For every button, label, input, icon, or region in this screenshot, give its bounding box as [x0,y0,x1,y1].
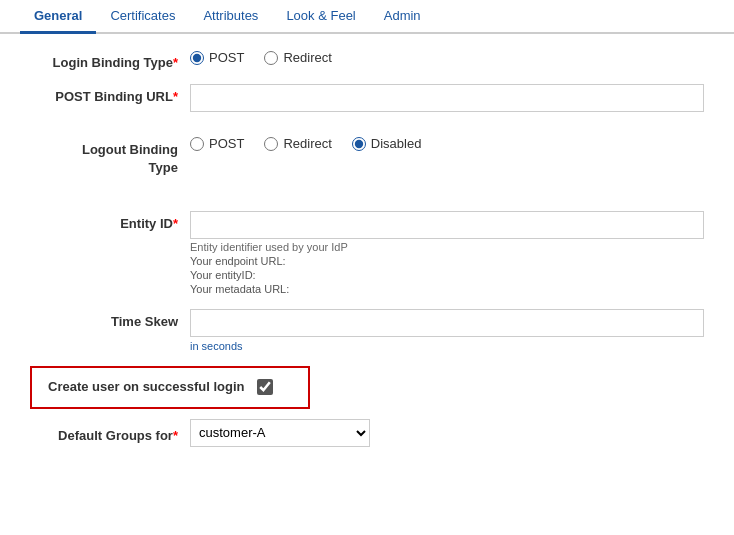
post-binding-url-input[interactable] [190,84,704,112]
login-binding-type-radio-group: POST Redirect [190,50,332,65]
time-skew-row: Time Skew 5 in seconds [30,309,704,352]
login-binding-type-row: Login Binding Type* POST Redirect [30,50,704,70]
logout-radio-disabled[interactable]: Disabled [352,136,422,151]
tab-general[interactable]: General [20,0,96,34]
tab-look-and-feel[interactable]: Look & Feel [272,0,369,34]
post-binding-url-label: POST Binding URL* [30,84,190,104]
spacer-2 [30,191,704,201]
logout-binding-type-control: POST Redirect Disabled [190,136,704,151]
entity-id-control: Entity identifier used by your IdP Your … [190,211,704,295]
create-user-label: Create user on successful login [48,378,245,396]
logout-radio-post[interactable]: POST [190,136,244,151]
default-groups-select[interactable]: customer-A [190,419,370,447]
tab-bar: General Certificates Attributes Look & F… [0,0,734,34]
entity-id-label: Entity ID* [30,211,190,231]
entity-id-row: Entity ID* Entity identifier used by you… [30,211,704,295]
time-skew-label: Time Skew [30,309,190,329]
tab-certificates[interactable]: Certificates [96,0,189,34]
login-binding-type-label: Login Binding Type* [30,50,190,70]
endpoint-url-label: Your endpoint URL: [190,255,704,267]
spacer-3 [30,201,704,211]
logout-radio-post-input[interactable] [190,137,204,151]
entity-id-url-label: Your entityID: [190,269,704,281]
post-binding-url-control [190,84,704,112]
time-skew-unit: in seconds [190,340,704,352]
spacer-1 [30,126,704,136]
create-user-checkbox[interactable] [257,379,273,395]
default-groups-row: Default Groups for* customer-A [30,419,734,447]
radio-redirect[interactable]: Redirect [264,50,331,65]
time-skew-control: 5 in seconds [190,309,704,352]
logout-binding-type-radio-group: POST Redirect Disabled [190,136,421,151]
logout-radio-redirect[interactable]: Redirect [264,136,331,151]
radio-post-input[interactable] [190,51,204,65]
logout-binding-type-label: Logout BindingType [30,136,190,177]
create-user-row: Create user on successful login [30,366,310,408]
form-area: Login Binding Type* POST Redirect POST B… [0,34,734,352]
radio-redirect-input[interactable] [264,51,278,65]
post-binding-url-row: POST Binding URL* [30,84,704,112]
logout-radio-redirect-input[interactable] [264,137,278,151]
logout-radio-disabled-input[interactable] [352,137,366,151]
radio-post[interactable]: POST [190,50,244,65]
entity-id-hint: Entity identifier used by your IdP [190,241,704,253]
logout-binding-type-row: Logout BindingType POST Redirect Disable… [30,136,704,177]
metadata-url-label: Your metadata URL: [190,283,704,295]
time-skew-input[interactable]: 5 [190,309,704,337]
entity-id-input[interactable] [190,211,704,239]
default-groups-label: Default Groups for* [30,423,190,443]
tab-attributes[interactable]: Attributes [189,0,272,34]
tab-admin[interactable]: Admin [370,0,435,34]
login-binding-type-control: POST Redirect [190,50,704,65]
